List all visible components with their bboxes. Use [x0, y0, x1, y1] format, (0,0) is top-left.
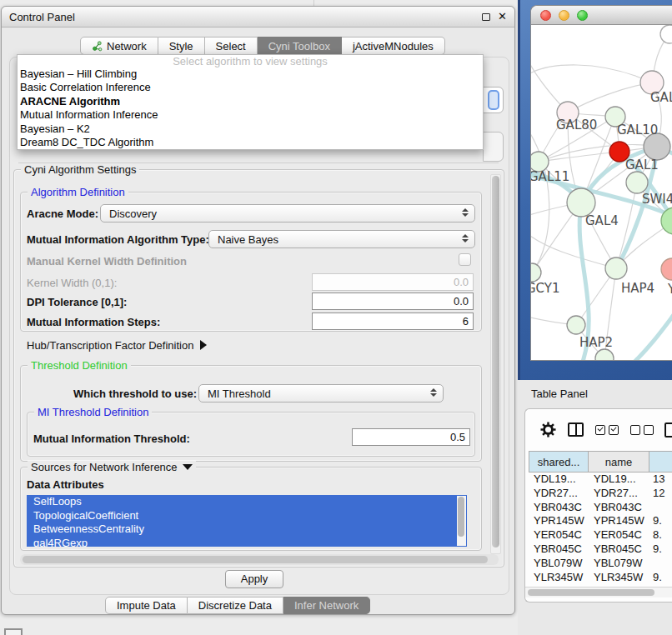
manual-kernel-width-label: Manual Kernel Width Definition	[27, 255, 187, 268]
scrollbar-thumb[interactable]	[492, 176, 499, 548]
network-edge	[531, 65, 652, 82]
data-attribute-item[interactable]: gal4RGexp	[27, 537, 467, 548]
mi-algorithm-type-combo[interactable]: Naive Bayes	[208, 230, 475, 248]
settings-vertical-scrollbar[interactable]	[490, 174, 501, 554]
network-window: GALGAL80GAL10GAL1GAL11SWI4GAL4GCY1HAP4YH…	[530, 5, 672, 361]
table-cell: YBR043C	[589, 501, 649, 515]
table-row[interactable]: YDL19...YDL19...13	[529, 472, 672, 487]
manual-kernel-width-checkbox[interactable]	[459, 253, 471, 266]
table-row[interactable]: YBR043CYBR043C	[529, 501, 672, 515]
bottom-tabs: Impute Data Discretize Data Infer Networ…	[105, 597, 370, 614]
hub-section-toggle[interactable]: Hub/Transcription Factor Definition	[27, 339, 207, 352]
close-window-icon[interactable]: ✕	[498, 12, 507, 21]
table-row[interactable]: YDR27...YDR27...12	[529, 487, 672, 501]
network-canvas[interactable]: GALGAL80GAL10GAL1GAL11SWI4GAL4GCY1HAP4YH…	[531, 25, 672, 361]
table-row[interactable]: YPR145WYPR145W9.	[529, 514, 672, 528]
network-node-Y[interactable]	[661, 258, 672, 280]
table-cell: YDR27...	[529, 487, 589, 501]
column-header-name[interactable]: name	[589, 451, 649, 472]
float-window-icon[interactable]	[482, 13, 490, 21]
algorithm-option[interactable]: Dream8 DC_TDC Algorithm	[18, 136, 483, 149]
data-attribute-item[interactable]: SelfLoops	[27, 495, 467, 509]
tab-style-label: Style	[169, 40, 193, 52]
scrollbar-thumb[interactable]	[23, 556, 488, 563]
table-cell: 8.	[649, 528, 672, 542]
network-node-HAP2[interactable]	[567, 316, 585, 334]
mac-close-button[interactable]	[540, 10, 551, 21]
network-edge	[539, 152, 619, 162]
data-attribute-item[interactable]: TopologicalCoefficient	[27, 509, 467, 523]
tab-cyni-toolbox[interactable]: Cyni Toolbox	[258, 37, 342, 55]
apply-button[interactable]: Apply	[225, 570, 283, 588]
network-node[interactable]	[660, 25, 672, 43]
algorithm-option[interactable]: ARACNE Algorithm	[18, 95, 483, 108]
hidden-combo-fragment	[481, 87, 504, 113]
tab-infer-network[interactable]: Infer Network	[283, 597, 370, 614]
network-node-HAP4[interactable]	[605, 258, 627, 279]
network-edge	[629, 300, 672, 361]
aracne-mode-combo[interactable]: Discovery	[100, 204, 475, 222]
unselect-all-columns-icon[interactable]	[630, 425, 654, 435]
mi-algorithm-type-label: Mutual Information Algorithm Type:	[27, 233, 209, 246]
list-vertical-scrollbar[interactable]	[457, 496, 466, 546]
which-threshold-label: Which threshold to use:	[73, 388, 197, 400]
network-node-label: GAL10	[617, 122, 658, 138]
network-node[interactable]	[595, 349, 614, 361]
algorithm-option[interactable]: Bayesian – Hill Climbing	[18, 68, 483, 81]
tab-style[interactable]: Style	[158, 37, 205, 55]
tab-cyni-toolbox-label: Cyni Toolbox	[268, 40, 330, 52]
tab-jactivemnodules[interactable]: jActiveMNodules	[342, 37, 445, 55]
column-header-shared-name[interactable]: shared...	[529, 451, 589, 472]
network-node-label: GCY1	[531, 281, 560, 296]
data-attributes-label: Data Attributes	[27, 478, 104, 491]
network-node-label: Y	[667, 282, 672, 297]
select-all-columns-icon[interactable]	[595, 425, 619, 435]
mac-zoom-button[interactable]	[577, 10, 588, 21]
mi-algorithm-type-value: Naive Bayes	[218, 233, 278, 246]
table-horizontal-scrollbar[interactable]	[525, 587, 672, 598]
gear-icon[interactable]	[540, 422, 556, 438]
network-node-label: GAL11	[531, 169, 569, 184]
minimized-panel-icon[interactable]	[4, 628, 23, 635]
algorithm-option[interactable]: Basic Correlation Inference	[18, 81, 483, 94]
network-node-SWI4[interactable]	[626, 172, 648, 193]
table-cell: YBR043C	[529, 501, 589, 515]
network-node-GAL4[interactable]	[567, 188, 595, 217]
algorithm-option[interactable]: Mutual Information Inference	[18, 108, 483, 122]
tab-discretize-data-label: Discretize Data	[198, 599, 272, 612]
tab-impute-data[interactable]: Impute Data	[105, 597, 188, 614]
scrollbar-thumb[interactable]	[528, 589, 654, 596]
mac-minimize-button[interactable]	[559, 10, 569, 21]
data-attributes-list[interactable]: SelfLoopsTopologicalCoefficientBetweenne…	[27, 495, 467, 547]
which-threshold-combo[interactable]: MI Threshold	[198, 384, 444, 402]
column-header-clipped[interactable]	[649, 451, 672, 472]
table-row[interactable]: YER054CYER054C8.	[529, 528, 672, 542]
export-table-icon[interactable]	[664, 422, 672, 438]
table-rows: YDL19...YDL19...13YDR27...YDR27...12YBR0…	[529, 472, 672, 587]
kernel-width-field[interactable]: 0.0	[312, 273, 474, 291]
table-cell: YLR345W	[529, 571, 589, 585]
network-view-frame: GALGAL80GAL10GAL1GAL11SWI4GAL4GCY1HAP4YH…	[518, 0, 672, 380]
sources-group-title: Sources for Network Inference	[28, 461, 196, 473]
show-columns-icon[interactable]	[568, 422, 584, 437]
mi-steps-field[interactable]: 6	[312, 312, 474, 330]
algorithm-option[interactable]: Bayesian – K2	[18, 122, 483, 136]
mi-threshold-field[interactable]: 0.5	[352, 428, 470, 446]
table-row[interactable]: YBL079WYBL079W	[529, 557, 672, 571]
tab-infer-network-label: Infer Network	[294, 599, 359, 612]
settings-group-title: Cyni Algorithm Settings	[21, 163, 139, 176]
algorithm-dropdown-list: Select algorithm to view settings Bayesi…	[17, 54, 484, 150]
tab-select[interactable]: Select	[205, 37, 258, 55]
network-node-GCY1[interactable]	[531, 263, 541, 282]
table-row[interactable]: YLR345WYLR345W9.	[529, 571, 672, 585]
data-attribute-item[interactable]: BetweennessCentrality	[27, 522, 467, 537]
network-node-label: HAP4	[621, 281, 654, 296]
settings-horizontal-scrollbar[interactable]	[20, 554, 499, 565]
table-row[interactable]: YBR045CYBR045C9.	[529, 542, 672, 557]
scrollbar-thumb[interactable]	[458, 497, 464, 537]
dpi-tolerance-field[interactable]: 0.0	[312, 292, 474, 310]
tab-network[interactable]: Network	[80, 37, 158, 55]
tab-discretize-data[interactable]: Discretize Data	[188, 597, 283, 614]
mi-steps-label: Mutual Information Steps:	[27, 316, 160, 328]
network-icon	[92, 41, 103, 52]
